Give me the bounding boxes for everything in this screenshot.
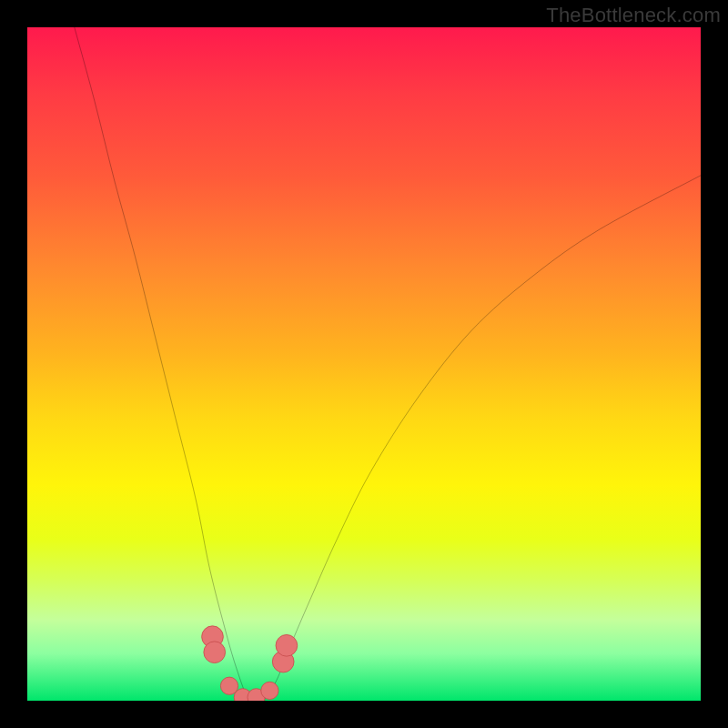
highlight-point	[261, 682, 278, 699]
curve-layer	[27, 27, 701, 701]
highlight-point	[276, 634, 298, 656]
chart-plot-area	[27, 27, 701, 701]
watermark-text: TheBottleneck.com	[546, 4, 721, 27]
bottleneck-curve	[75, 27, 701, 701]
highlighted-points-group	[202, 626, 298, 701]
chart-frame: TheBottleneck.com	[0, 0, 728, 728]
highlight-point	[204, 642, 226, 663]
